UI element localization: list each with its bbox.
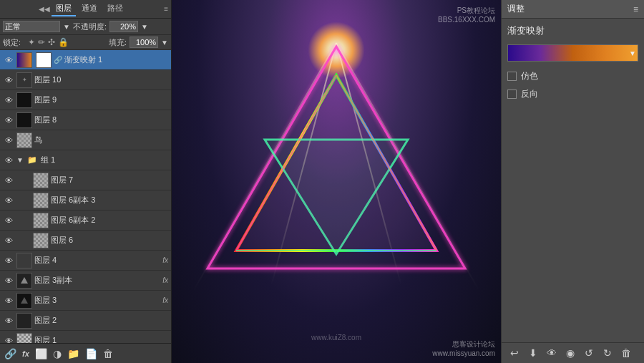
add-mask-icon[interactable]: ⬜ — [35, 348, 47, 359]
layer-visibility-icon[interactable]: 👁 — [3, 115, 14, 126]
layer-item[interactable]: 👁 图层 9 — [0, 90, 171, 110]
layer-name: 图层 6 — [51, 235, 168, 246]
gradient-preview[interactable]: ▼ — [507, 44, 638, 62]
layer-visibility-icon[interactable]: 👁 — [3, 74, 14, 86]
tab-paths[interactable]: 路径 — [103, 1, 127, 16]
layer-visibility-icon[interactable]: 👁 — [3, 275, 14, 286]
panel-tabs: ◀◀ 图层 通道 路径 ≡ — [0, 0, 171, 19]
adj-panel-menu-icon[interactable]: ≡ — [633, 4, 638, 14]
gradient-dropdown-arrow: ▼ — [629, 49, 636, 57]
adj-panel-content: 渐变映射 ▼ 仿色 反向 — [502, 19, 644, 342]
layer-name: 渐变映射 1 — [64, 54, 168, 65]
layer-thumbnail — [33, 193, 49, 208]
watermark-br: 思客设计论坛 www.missyuan.com — [432, 339, 495, 357]
layer-thumbnail — [16, 92, 32, 108]
layer-item[interactable]: 👁 图层 7 — [0, 170, 171, 190]
adj-delete-icon[interactable]: 🗑 — [619, 347, 633, 359]
layer-item[interactable]: 👁 图层 4 fx — [0, 251, 171, 271]
new-adjustment-icon[interactable]: ◑ — [53, 348, 62, 359]
opacity-arrow: ▼ — [141, 23, 148, 31]
lock-all-icon[interactable]: 🔒 — [58, 37, 69, 47]
layer-item[interactable]: 👁 图层 8 — [0, 110, 171, 130]
adj-visibility-icon[interactable]: ◉ — [563, 347, 577, 359]
delete-layer-icon[interactable]: 🗑 — [103, 348, 113, 359]
adjustments-panel: 调整 ≡ 渐变映射 ▼ 仿色 反向 ↩ ⬇ 👁 ◉ ↺ ↻ 🗑 — [501, 0, 644, 363]
blend-opacity-row: 正常 ▼ 不透明度: ▼ — [0, 19, 171, 35]
layer-name: 图层 8 — [34, 115, 168, 125]
layer-item[interactable]: 👁 图层 1 — [0, 331, 171, 343]
opacity-input[interactable] — [109, 21, 138, 32]
layer-item[interactable]: 👁 图层 2 — [0, 311, 171, 331]
adj-clip-icon[interactable]: ⬇ — [526, 347, 540, 359]
adj-eye-icon[interactable]: 👁 — [545, 347, 559, 359]
layer-visibility-icon[interactable]: 👁 — [3, 175, 14, 186]
layer-name: 图层 1 — [34, 335, 168, 343]
layer-visibility-icon[interactable]: 👁 — [3, 315, 14, 326]
layer-item[interactable]: 👁 图层 6副本 3 — [0, 190, 171, 210]
watermark-tr: PS教程论坛 BBS.16XXX.COM — [438, 6, 495, 24]
layer-visibility-icon[interactable]: 👁 — [3, 155, 14, 166]
lock-pixel-icon[interactable]: ✏ — [38, 37, 45, 47]
layer-visibility-icon[interactable]: 👁 — [3, 295, 14, 306]
layer-thumbnail — [33, 233, 49, 248]
new-group-icon[interactable]: 📁 — [67, 348, 79, 359]
layer-visibility-icon[interactable]: 👁 — [3, 255, 14, 266]
fill-label: 填充: — [109, 37, 127, 48]
layer-visibility-icon[interactable]: 👁 — [3, 195, 14, 206]
layer-item[interactable]: 👁 图层 6副本 2 — [0, 210, 171, 231]
layer-name: 图层 3 — [34, 295, 160, 306]
layer-visibility-icon[interactable]: 👁 — [3, 54, 14, 66]
lock-position-icon[interactable]: ✦ — [28, 37, 35, 47]
layer-name: 图层 6副本 3 — [51, 195, 168, 205]
tab-channels[interactable]: 通道 — [77, 1, 102, 16]
lock-label: 锁定: — [3, 37, 21, 48]
panel-options-btn[interactable]: ≡ — [164, 5, 168, 13]
layer-item[interactable]: 👁 图层 3副本 fx — [0, 271, 171, 291]
layer-visibility-icon[interactable]: 👁 — [3, 235, 14, 246]
new-layer-icon[interactable]: 📄 — [85, 348, 97, 359]
layer-visibility-icon[interactable]: 👁 — [3, 135, 14, 146]
lock-move-icon[interactable]: ✣ — [48, 37, 55, 47]
group-expand-icon[interactable]: ▼ — [16, 156, 25, 164]
layer-visibility-icon[interactable]: 👁 — [3, 335, 14, 344]
layer-visibility-icon[interactable]: 👁 — [3, 215, 14, 226]
reverse-checkbox[interactable] — [507, 89, 517, 99]
layers-panel: ◀◀ 图层 通道 路径 ≡ 正常 ▼ 不透明度: ▼ 锁定: ✦ ✏ ✣ 🔒 填… — [0, 0, 172, 363]
layer-thumbnail — [16, 132, 32, 148]
layer-thumbnail — [16, 313, 32, 329]
checkbox-reverse-row: 反向 — [507, 88, 638, 100]
triangle-svg — [193, 39, 479, 326]
watermark-center: www.kuiZ8.com — [311, 334, 361, 342]
adj-undo-icon[interactable]: ↺ — [582, 347, 596, 359]
layer-thumbnail — [16, 253, 32, 268]
watermark-tr-line1: PS教程论坛 — [438, 6, 495, 16]
watermark-tr-line2: BBS.16XXX.COM — [438, 16, 495, 24]
layer-thumbnail: ✦ — [16, 72, 32, 88]
layer-fx-badge: fx — [162, 296, 168, 304]
layer-fx-badge: fx — [162, 276, 168, 284]
dither-checkbox[interactable] — [507, 72, 517, 81]
layer-item[interactable]: 👁 🔗 渐变映射 1 — [0, 50, 171, 70]
link-layers-icon[interactable]: 🔗 — [4, 348, 16, 359]
layer-name: 组 1 — [41, 155, 168, 165]
layer-item[interactable]: 👁 ✦ 图层 10 — [0, 70, 171, 90]
fx-icon[interactable]: fx — [22, 349, 29, 358]
layer-name: 图层 7 — [51, 175, 168, 185]
canvas-scene: www.kuiZ8.com 思客设计论坛 www.missyuan.com PS… — [172, 0, 501, 363]
layer-visibility-icon[interactable]: 👁 — [3, 95, 14, 106]
layer-item[interactable]: 👁 鸟 — [0, 130, 171, 150]
adj-reset-icon[interactable]: ↩ — [507, 347, 522, 359]
collapse-btn[interactable]: ◀◀ — [39, 5, 50, 13]
layer-name: 图层 6副本 2 — [51, 215, 168, 226]
blend-mode-select[interactable]: 正常 — [3, 21, 60, 32]
adj-refresh-icon[interactable]: ↻ — [600, 347, 615, 359]
fill-input[interactable] — [130, 37, 158, 48]
adj-panel-header: 调整 ≡ — [502, 0, 644, 19]
layer-item[interactable]: 👁 ▼ 📁 组 1 — [0, 150, 171, 170]
opacity-row: 不透明度: ▼ — [73, 21, 148, 32]
layer-name: 图层 4 — [34, 255, 160, 266]
layer-item[interactable]: 👁 图层 6 — [0, 231, 171, 251]
lock-fill-row: 锁定: ✦ ✏ ✣ 🔒 填充: ▼ — [0, 35, 171, 50]
tab-layers[interactable]: 图层 — [52, 1, 76, 16]
layer-item[interactable]: 👁 图层 3 fx — [0, 291, 171, 311]
